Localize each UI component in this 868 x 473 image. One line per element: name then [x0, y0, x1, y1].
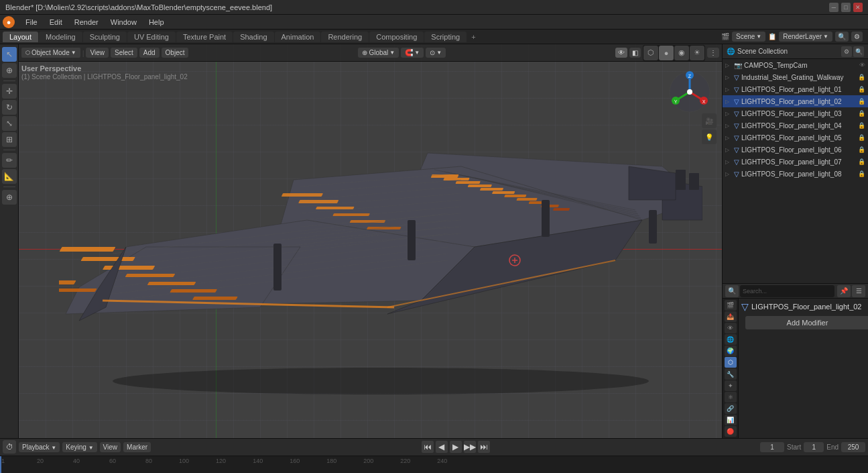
prop-tab-render[interactable]: 🎬 [725, 300, 737, 311]
light06-visibility[interactable]: 🔒 [858, 146, 865, 153]
prop-tab-constraint[interactable]: 🔗 [725, 403, 737, 414]
tab-scripting[interactable]: Scripting [424, 32, 467, 42]
overlay-button[interactable]: 👁 [615, 48, 627, 58]
prop-tab-view[interactable]: 👁 [725, 323, 737, 333]
viewport-options[interactable]: ⋮ [707, 48, 719, 58]
prop-search-btn[interactable]: 🔍 [725, 285, 739, 297]
prop-tab-scene[interactable]: 🌐 [725, 334, 737, 345]
tab-uv-editing[interactable]: UV Editing [127, 32, 176, 42]
maximize-button[interactable]: □ [841, 3, 851, 12]
light08-visibility[interactable]: 🔒 [858, 170, 865, 177]
camera-gizmo-btn[interactable]: 🎥 [702, 113, 717, 128]
light07-visibility[interactable]: 🔒 [858, 158, 865, 165]
scene-selector[interactable]: Scene ▼ [732, 32, 765, 42]
tab-animation[interactable]: Animation [275, 32, 321, 42]
menu-edit[interactable]: Edit [44, 17, 68, 28]
prop-tab-physics[interactable]: ⚛ [725, 392, 737, 403]
timeline-icon[interactable]: ⏱ [3, 440, 16, 454]
add-tool[interactable]: ⊕ [2, 190, 17, 205]
campos-visibility[interactable]: 👁 [859, 62, 865, 68]
tab-texture-paint[interactable]: Texture Paint [176, 32, 233, 42]
prop-tab-material[interactable]: 🔴 [725, 426, 737, 437]
viewport-gizmo[interactable]: Z X Y 🎥 💡 [665, 67, 715, 117]
prop-tab-world[interactable]: 🌍 [725, 346, 737, 356]
add-menu[interactable]: Add [139, 48, 160, 58]
menu-render[interactable]: Render [69, 17, 104, 28]
prop-tab-particles[interactable]: ✦ [725, 380, 737, 391]
view-menu[interactable]: View [86, 48, 109, 58]
wireframe-shading[interactable]: ⬡ [643, 46, 658, 60]
light-gizmo-btn[interactable]: 💡 [702, 129, 717, 144]
outliner-item-walkway[interactable]: ▷ ▽ Industrial_Steel_Grating_Walkway 🔒 [723, 71, 868, 83]
next-frame-btn[interactable]: ▶▶ [464, 441, 476, 453]
add-workspace-button[interactable]: + [467, 32, 479, 42]
select-menu[interactable]: Select [111, 48, 137, 58]
outliner-item-light07[interactable]: ▷ ▽ LIGHTPOS_Floor_panel_light_07 🔒 [723, 156, 868, 168]
proportional-edit[interactable]: ⊙ ▼ [426, 48, 446, 58]
object-mode-selector[interactable]: ⬡ Object Mode ▼ [21, 48, 80, 58]
prev-frame-btn[interactable]: ◀ [436, 441, 448, 453]
light05-visibility[interactable]: 🔒 [858, 134, 865, 141]
outliner-item-light05[interactable]: ▷ ▽ LIGHTPOS_Floor_panel_light_05 🔒 [723, 132, 868, 144]
outliner-item-campos[interactable]: ▷ 📷 CAMPOS_TempCam 👁 [723, 59, 868, 71]
blender-logo[interactable]: ● [3, 16, 15, 28]
tab-layout[interactable]: Layout [3, 32, 38, 42]
timeline-track[interactable]: 1 20 40 60 80 100 120 140 160 180 200 22… [0, 456, 868, 473]
rendered-shading[interactable]: ☀ [690, 46, 704, 60]
marker-menu[interactable]: Marker [123, 442, 151, 452]
outliner-item-light02[interactable]: ▷ ▽ LIGHTPOS_Floor_panel_light_02 🔒 [723, 95, 868, 107]
tab-sculpting[interactable]: Sculpting [83, 32, 127, 42]
add-modifier-button[interactable]: Add Modifier [745, 316, 868, 329]
move-tool[interactable]: ✛ [2, 84, 17, 99]
keying-menu[interactable]: Keying ▼ [62, 442, 97, 452]
light01-visibility[interactable]: 🔒 [858, 86, 865, 93]
viewport[interactable]: ⬡ Object Mode ▼ | View Select Add Object… [19, 44, 722, 438]
xray-button[interactable]: ◧ [629, 48, 641, 58]
jump-start-btn[interactable]: ⏮ [422, 441, 434, 453]
material-shading[interactable]: ◉ [674, 46, 689, 60]
transform-selector[interactable]: ⊕ Global ▼ [358, 48, 399, 58]
prop-pin-btn[interactable]: 📌 [837, 285, 851, 297]
measure-tool[interactable]: 📐 [2, 169, 17, 184]
prop-tab-object[interactable]: ⬡ [725, 357, 737, 368]
menu-file[interactable]: File [20, 17, 43, 28]
outliner-item-light01[interactable]: ▷ ▽ LIGHTPOS_Floor_panel_light_01 🔒 [723, 83, 868, 95]
outliner-item-light03[interactable]: ▷ ▽ LIGHTPOS_Floor_panel_light_03 🔒 [723, 107, 868, 119]
object-menu[interactable]: Object [162, 48, 189, 58]
annotate-tool[interactable]: ✏ [2, 153, 17, 168]
end-frame[interactable]: 250 [841, 442, 865, 452]
tab-rendering[interactable]: Rendering [321, 32, 369, 42]
scale-tool[interactable]: ⤡ [2, 116, 17, 131]
prop-search-box[interactable]: Search... [740, 285, 834, 297]
tab-shading[interactable]: Shading [233, 32, 273, 42]
tab-compositing[interactable]: Compositing [369, 32, 424, 42]
view-menu-tl[interactable]: View [100, 442, 121, 452]
outliner-item-light08[interactable]: ▷ ▽ LIGHTPOS_Floor_panel_light_08 🔒 [723, 168, 868, 180]
outliner-search-btn[interactable]: 🔍 [853, 46, 864, 57]
outliner-item-light06[interactable]: ▷ ▽ LIGHTPOS_Floor_panel_light_06 🔒 [723, 144, 868, 156]
transform-tool[interactable]: ⊞ [2, 132, 17, 147]
prop-tab-modifier[interactable]: 🔧 [725, 368, 737, 379]
search-button[interactable]: 🔍 [835, 32, 849, 42]
prop-tab-output[interactable]: 📤 [725, 311, 737, 322]
menu-window[interactable]: Window [105, 17, 142, 28]
render-layer-selector[interactable]: RenderLayer ▼ [779, 32, 832, 42]
current-frame[interactable]: 1 [760, 442, 784, 452]
snap-button[interactable]: 🧲 ▼ [401, 48, 424, 58]
start-frame[interactable]: 1 [804, 442, 824, 452]
prop-tab-data[interactable]: 📊 [725, 415, 737, 425]
menu-help[interactable]: Help [143, 17, 170, 28]
outliner-filter-btn[interactable]: ⚙ [841, 46, 852, 57]
solid-shading[interactable]: ● [659, 46, 674, 60]
filter-button[interactable]: ⚙ [851, 32, 863, 42]
light03-visibility[interactable]: 🔒 [858, 110, 865, 117]
minimize-button[interactable]: ─ [829, 3, 839, 12]
walkway-visibility[interactable]: 🔒 [858, 74, 865, 81]
playback-menu[interactable]: Playback ▼ [19, 442, 60, 452]
light04-visibility[interactable]: 🔒 [858, 122, 865, 129]
light02-visibility[interactable]: 🔒 [858, 98, 865, 105]
jump-end-btn[interactable]: ⏭ [478, 441, 490, 453]
play-btn[interactable]: ▶ [450, 441, 462, 453]
prop-options-btn[interactable]: ☰ [852, 285, 865, 297]
close-button[interactable]: ✕ [853, 3, 863, 12]
